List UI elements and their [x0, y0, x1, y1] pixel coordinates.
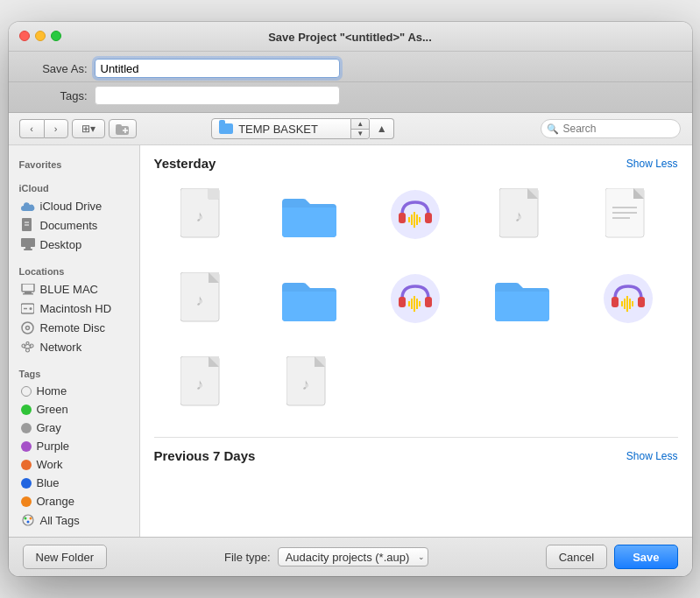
file-type-row: File type: Audacity projects (*.aup) ⌄: [224, 547, 428, 566]
tag-gray-label: Gray: [37, 421, 61, 434]
svg-rect-1: [116, 124, 122, 128]
svg-point-14: [30, 307, 32, 310]
save-as-label: Save As:: [26, 62, 88, 75]
sidebar-item-blue-mac[interactable]: BLUE MAC: [12, 279, 136, 299]
sidebar-item-tag-work[interactable]: Work: [12, 455, 136, 474]
sidebar-item-documents[interactable]: Documents: [12, 215, 136, 235]
sidebar-item-remote-disc[interactable]: Remote Disc: [12, 318, 136, 337]
tags-row: Tags:: [9, 82, 692, 113]
file-type-select[interactable]: Audacity projects (*.aup): [278, 547, 428, 566]
save-as-input[interactable]: [95, 59, 340, 78]
file-item[interactable]: ♪: [154, 181, 253, 251]
sidebar-item-macintosh-hd[interactable]: Macintosh HD: [12, 299, 136, 318]
svg-rect-31: [209, 188, 219, 199]
location-stepper[interactable]: ▲ ▼: [351, 118, 370, 139]
sidebar-item-icloud-drive[interactable]: iCloud Drive: [12, 196, 136, 215]
network-icon: [21, 340, 35, 354]
sidebar-item-desktop[interactable]: Desktop: [12, 235, 136, 254]
stepper-up[interactable]: ▲: [351, 119, 369, 130]
tag-orange-label: Orange: [37, 495, 74, 508]
expand-button[interactable]: ▲: [370, 118, 394, 139]
file-item[interactable]: [472, 265, 571, 335]
sidebar-item-tag-blue[interactable]: Blue: [12, 474, 136, 492]
svg-point-26: [23, 515, 33, 525]
toolbar: ‹ › ⊞▾ TEMP BASKET ▲ ▼: [9, 113, 692, 145]
svg-point-16: [22, 322, 33, 334]
cloud-icon: [21, 199, 35, 213]
folder-plus-icon: [116, 123, 130, 135]
sidebar-item-tag-green[interactable]: Green: [12, 400, 136, 419]
show-less-yesterday[interactable]: Show Less: [626, 158, 678, 170]
file-item[interactable]: [578, 181, 677, 251]
svg-line-24: [24, 348, 28, 348]
minimize-button[interactable]: [35, 31, 46, 41]
svg-rect-8: [25, 247, 31, 249]
file-item[interactable]: [260, 265, 359, 335]
svg-text:♪: ♪: [196, 292, 204, 309]
all-tags-icon: [21, 513, 35, 527]
audacity-icon-1: [387, 186, 443, 243]
file-item[interactable]: ♪: [154, 349, 253, 419]
search-wrapper: 🔍: [541, 119, 681, 138]
tags-input[interactable]: [95, 86, 340, 105]
file-item[interactable]: ♪: [472, 181, 571, 251]
svg-rect-12: [23, 293, 33, 295]
new-folder-button-bottom[interactable]: New Folder: [23, 545, 107, 569]
yesterday-header: Yesterday Show Less: [154, 156, 678, 171]
search-input[interactable]: [541, 119, 681, 138]
svg-text:♪: ♪: [196, 208, 204, 225]
files-row-3: ♪ ♪: [154, 349, 678, 419]
folder-icon-2: [281, 271, 337, 327]
sidebar-item-tag-purple[interactable]: Purple: [12, 437, 136, 455]
sidebar-item-network[interactable]: Network: [12, 337, 136, 356]
yesterday-title: Yesterday: [154, 156, 216, 171]
nav-buttons: ‹ ›: [19, 119, 68, 138]
svg-rect-61: [612, 297, 619, 307]
svg-point-29: [29, 517, 32, 520]
search-icon: 🔍: [547, 123, 559, 135]
sidebar-item-tag-gray[interactable]: Gray: [12, 419, 136, 437]
svg-rect-35: [425, 213, 432, 223]
audio-file-icon-1: ♪: [175, 186, 231, 243]
main-area: Favorites iCloud iCloud Drive: [9, 145, 692, 537]
cancel-button[interactable]: Cancel: [546, 545, 607, 569]
save-button[interactable]: Save: [614, 545, 677, 569]
back-button[interactable]: ‹: [19, 119, 44, 138]
sidebar-item-tag-home[interactable]: Home: [12, 382, 136, 400]
chevron-up-icon: ▲: [377, 123, 387, 135]
view-button[interactable]: ⊞▾: [72, 119, 105, 138]
sidebar-item-tag-all[interactable]: All Tags: [12, 510, 136, 530]
location-display[interactable]: TEMP BASKET: [211, 118, 351, 139]
save-as-row: Save As:: [9, 52, 692, 82]
show-less-7days[interactable]: Show Less: [626, 450, 678, 462]
file-item[interactable]: [578, 265, 677, 335]
file-item[interactable]: [260, 181, 359, 251]
location-folder-icon: [219, 123, 233, 134]
stepper-down[interactable]: ▼: [351, 130, 369, 139]
file-type-label: File type:: [224, 551, 271, 564]
section-divider: [154, 437, 678, 438]
tag-blue-label: Blue: [37, 476, 60, 489]
icloud-title: iCloud: [9, 176, 139, 196]
svg-rect-10: [22, 284, 34, 292]
file-item[interactable]: [366, 181, 465, 251]
location-picker: TEMP BASKET ▲ ▼ ▲: [211, 118, 394, 139]
maximize-button[interactable]: [51, 31, 61, 41]
files-row-1: ♪: [154, 181, 678, 251]
dialog-title: Save Project "<untitled>" As...: [268, 31, 432, 44]
file-item[interactable]: ♪: [154, 265, 253, 335]
title-bar: Save Project "<untitled>" As...: [9, 22, 692, 52]
documents-label: Documents: [40, 219, 98, 232]
forward-button[interactable]: ›: [44, 119, 68, 138]
forward-icon: ›: [54, 123, 58, 134]
all-tags-label: All Tags: [40, 514, 80, 527]
svg-rect-62: [638, 297, 645, 307]
sidebar-item-tag-orange[interactable]: Orange: [12, 492, 136, 510]
svg-point-21: [26, 341, 29, 344]
svg-rect-13: [21, 304, 34, 313]
file-item[interactable]: ♪: [260, 349, 359, 419]
tag-green-label: Green: [37, 403, 68, 416]
file-item[interactable]: [366, 265, 465, 335]
new-folder-button[interactable]: [109, 119, 137, 138]
close-button[interactable]: [19, 31, 30, 41]
